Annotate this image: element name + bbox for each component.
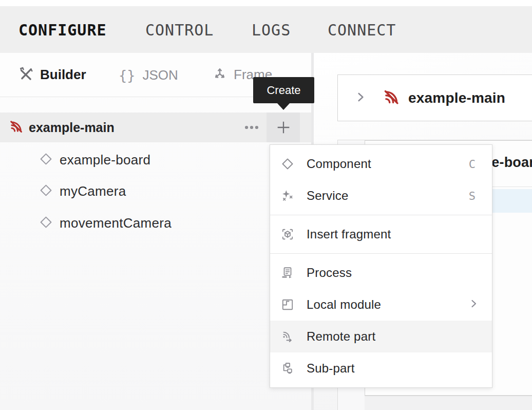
menu-item-component[interactable]: Component C bbox=[270, 148, 492, 180]
machines-tree-icon bbox=[281, 362, 294, 375]
component-name: myCamera bbox=[60, 183, 126, 199]
menu-item-label: Local module bbox=[307, 297, 381, 312]
create-menu: Component C Service S bbox=[270, 144, 492, 388]
menu-item-label: Insert fragment bbox=[307, 227, 391, 241]
tooltip-arrow bbox=[277, 103, 290, 110]
menu-item-label: Sub-part bbox=[307, 361, 355, 376]
crossed-tools-icon bbox=[18, 66, 34, 84]
submenu-chevron-icon bbox=[467, 297, 480, 312]
tab-configure[interactable]: CONFIGURE bbox=[18, 21, 107, 39]
menu-item-sub-part[interactable]: Sub-part bbox=[270, 352, 492, 384]
module-icon bbox=[281, 298, 294, 311]
app-window: CONFIGURE CONTROL LOGS CONNECT Builder {… bbox=[0, 0, 532, 410]
menu-divider bbox=[270, 253, 492, 254]
kebab-icon bbox=[243, 119, 260, 136]
tab-builder[interactable]: Builder bbox=[18, 66, 86, 84]
sparkles-icon bbox=[281, 189, 294, 202]
tab-logs[interactable]: LOGS bbox=[252, 21, 291, 39]
diamond-icon bbox=[39, 183, 53, 199]
shortcut-key: S bbox=[469, 190, 476, 202]
machine-part-name: example-main bbox=[29, 120, 115, 135]
menu-item-local-module[interactable]: Local module bbox=[270, 289, 492, 321]
tab-json[interactable]: {} JSON bbox=[119, 67, 178, 83]
component-name: example-board bbox=[60, 152, 150, 168]
broadcast-arrow-icon bbox=[281, 330, 294, 343]
next-card-edge bbox=[365, 396, 532, 410]
menu-divider bbox=[270, 215, 492, 215]
menu-item-label: Process bbox=[307, 266, 352, 280]
fragment-cube-icon bbox=[281, 228, 294, 241]
menu-item-service[interactable]: Service S bbox=[270, 180, 492, 212]
diamond-icon bbox=[39, 215, 53, 231]
menu-item-insert-fragment[interactable]: Insert fragment bbox=[270, 218, 492, 250]
part-card-title: example-main bbox=[408, 90, 505, 106]
tooltip-label: Create bbox=[267, 84, 300, 97]
menu-item-label: Component bbox=[307, 157, 371, 171]
tree-row-myCamera[interactable]: myCamera bbox=[0, 176, 311, 207]
create-button[interactable] bbox=[267, 113, 300, 142]
part-options-button[interactable] bbox=[237, 113, 265, 142]
offline-wifi-icon bbox=[9, 119, 23, 136]
shortcut-key: C bbox=[469, 158, 476, 171]
create-tooltip: Create bbox=[253, 77, 314, 103]
tree-row-example-board[interactable]: example-board bbox=[0, 144, 311, 176]
process-doc-icon bbox=[281, 266, 294, 279]
top-nav: CONFIGURE CONTROL LOGS CONNECT bbox=[0, 6, 532, 53]
menu-item-label: Remote part bbox=[307, 329, 375, 344]
chevron-right-icon bbox=[354, 90, 367, 106]
offline-wifi-icon bbox=[383, 88, 400, 107]
menu-item-label: Service bbox=[307, 189, 348, 203]
json-tab-label: JSON bbox=[143, 67, 178, 83]
part-header-card[interactable]: example-main bbox=[337, 74, 532, 121]
diamond-icon bbox=[39, 152, 53, 168]
menu-item-remote-part[interactable]: Remote part bbox=[270, 321, 492, 352]
builder-tab-label: Builder bbox=[40, 67, 86, 83]
tree-row-movementCamera[interactable]: movementCamera bbox=[0, 208, 311, 239]
component-name: movementCamera bbox=[60, 215, 172, 231]
axes-icon bbox=[212, 66, 227, 84]
tab-connect[interactable]: CONNECT bbox=[328, 21, 396, 39]
plus-icon bbox=[275, 119, 292, 136]
diamond-icon bbox=[281, 157, 294, 171]
tab-control[interactable]: CONTROL bbox=[145, 21, 214, 39]
menu-item-process[interactable]: Process bbox=[270, 257, 492, 289]
tree-row-example-main[interactable]: example-main bbox=[0, 113, 311, 142]
curly-braces-icon: {} bbox=[119, 67, 136, 83]
